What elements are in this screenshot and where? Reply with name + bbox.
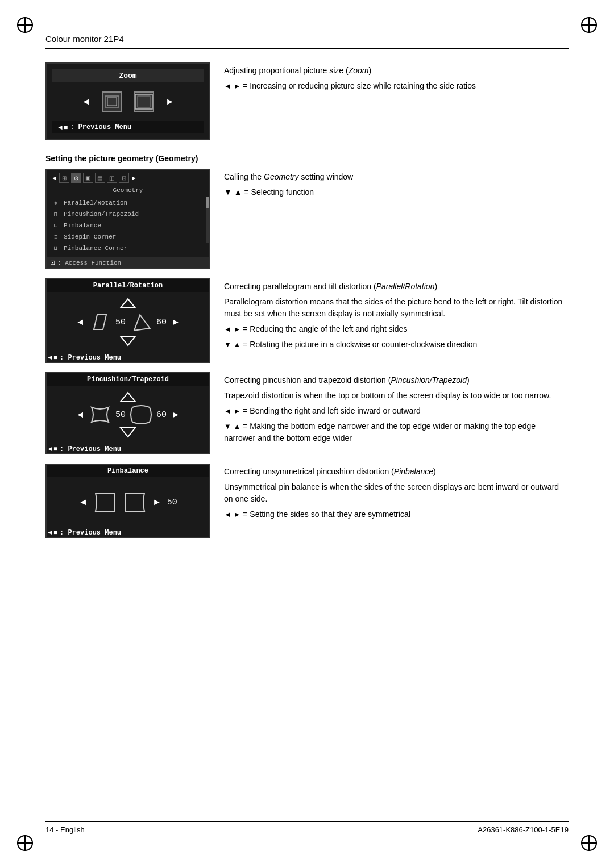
pinbalance-section: Pinbalance ◄ ► 50 — [45, 464, 569, 538]
zoom-menu-bar: ◄■ : Previous Menu — [52, 121, 204, 133]
geometry-heading: Setting the picture geometry (Geometry) — [45, 154, 569, 163]
geo-menu-item-3: ⊐ Sidepin Corner — [51, 231, 206, 243]
pincushion-middle-row: ◄ 50 60 ► — [52, 405, 204, 424]
parallel-desc-title: Correcting parallelogram and tilt distor… — [224, 281, 569, 293]
parallel-menu-symbol: ◄■ — [47, 353, 57, 361]
pinbalance-icon: ⊏ — [51, 221, 60, 230]
pinbalance-row: ◄ ► 50 — [52, 483, 204, 521]
pin-up-arrow — [52, 391, 204, 403]
parallel-num1: 50 — [115, 318, 126, 327]
geometry-scrollbar — [206, 197, 209, 243]
pinbalance-menu-label: : Previous Menu — [60, 529, 121, 537]
page-footer: 14 - English A26361-K886-Z100-1-5E19 — [45, 821, 569, 834]
parallel-desc-para1: Parallelogram distortion means that the … — [224, 296, 569, 320]
pincushion-description: Correcting pincushion and trapezoid dist… — [224, 372, 569, 448]
pinbalance-menu-symbol: ◄■ — [47, 528, 57, 536]
parallel-description: Correcting parallelogram and tilt distor… — [224, 278, 569, 354]
zoom-screen: Zoom ◄ ► — [45, 62, 210, 140]
geo-menu-item-1: ⊓ Pincushion/Trapezoid — [51, 208, 206, 220]
parallel-menu-bar: ◄■ : Previous Menu — [47, 352, 209, 362]
zoom-arrow-left: ◄ — [81, 97, 90, 107]
geometry-menu: ◈ Parallel/Rotation ⊓ Pincushion/Trapezo… — [47, 195, 209, 256]
footer-page-num: 14 - English — [45, 825, 85, 834]
svg-marker-8 — [121, 393, 135, 402]
svg-rect-1 — [107, 98, 117, 106]
geometry-section: ◄ ⊞ ⊙ ▣ ▤ ◫ ⊡ ► Geometry ◈ Paralle — [45, 169, 569, 269]
svg-marker-7 — [121, 336, 135, 345]
pin-num2: 60 — [156, 410, 167, 420]
parallel-up-arrow — [52, 298, 204, 309]
geo-menu-item-4: ⊔ Pinbalance Corner — [51, 243, 206, 254]
geometry-selecting-text: ▼ ▲ = Selecting function — [224, 186, 569, 198]
pinbalance-content: ◄ ► 50 — [47, 477, 209, 527]
pin-right-arrow: ► — [171, 410, 180, 420]
parallel-menu-label: : Previous Menu — [60, 354, 121, 362]
pb-num1: 50 — [167, 498, 177, 507]
parallel-right-arrow: ► — [171, 317, 180, 327]
svg-marker-9 — [121, 428, 135, 437]
parallel-left-arrow: ◄ — [76, 317, 85, 327]
parallel-middle-row: ◄ 50 60 ► — [52, 312, 204, 332]
pincushion-title: Pincushion/Trapezoid — [47, 373, 209, 386]
zoom-icon-large — [134, 91, 154, 112]
geo-icon-1: ⊞ — [59, 173, 69, 183]
geometry-description: Calling the Geometry setting window ▼ ▲ … — [224, 169, 569, 202]
pincushion-content: ◄ 50 60 ► — [47, 386, 209, 444]
zoom-arrow-right: ► — [165, 97, 175, 107]
zoom-section: Zoom ◄ ► — [45, 62, 569, 140]
pb-desc-bullet1: ◄ ► = Setting the sides so that they are… — [224, 508, 569, 520]
svg-rect-3 — [138, 96, 150, 107]
geometry-scrollbar-thumb — [206, 197, 209, 208]
pin-num1: 50 — [115, 410, 126, 420]
geometry-menu-items: ◈ Parallel/Rotation ⊓ Pincushion/Trapezo… — [51, 197, 206, 254]
svg-marker-4 — [121, 299, 135, 308]
pb-right-arrow: ► — [152, 497, 161, 507]
pb-desc-para1: Unsymmetrical pin balance is when the si… — [224, 481, 569, 505]
rotation-icon — [130, 312, 152, 332]
geo-menu-item-2: ⊏ Pinbalance — [51, 220, 206, 231]
geometry-label: Geometry — [47, 186, 209, 195]
geometry-footer-symbol: ⊡ — [50, 259, 55, 266]
pinbalance-left-icon — [93, 492, 117, 512]
pincushion-screen: Pincushion/Trapezoid ◄ — [45, 372, 210, 454]
geometry-footer: ⊡ : Access Function — [47, 257, 209, 268]
parallel-screen: Parallel/Rotation ◄ 50 — [45, 278, 210, 363]
zoom-menu-symbol: ◄■ — [57, 123, 68, 131]
geo-icon-4: ◫ — [107, 173, 117, 183]
zoom-menu-label: : Previous Menu — [70, 123, 131, 131]
parallel-content: ◄ 50 60 ► — [47, 292, 209, 352]
pin-desc-para1: Trapezoid distortion is when the top or … — [224, 390, 569, 402]
geometry-screen: ◄ ⊞ ⊙ ▣ ▤ ◫ ⊡ ► Geometry ◈ Paralle — [45, 169, 210, 269]
parallel-desc-bullet1: ◄ ► = Reducing the angle of the left and… — [224, 323, 569, 335]
sidepin-icon: ⊐ — [51, 232, 60, 241]
page-header: Colour monitor 21P4 — [45, 34, 569, 49]
parallelogram-icon — [89, 312, 111, 332]
content-area: Zoom ◄ ► — [45, 62, 569, 547]
svg-marker-5 — [94, 315, 106, 329]
pincushion-menu-label: : Previous Menu — [60, 445, 121, 453]
parallel-down-arrow — [52, 335, 204, 347]
svg-marker-6 — [132, 314, 150, 331]
geo-menu-item-0: ◈ Parallel/Rotation — [51, 197, 206, 208]
parallel-num2: 60 — [156, 318, 167, 327]
parallel-desc-bullet2: ▼ ▲ = Rotating the picture in a clockwis… — [224, 339, 569, 350]
geo-icon-5: ⊡ — [119, 173, 129, 183]
parallel-title: Parallel/Rotation — [47, 279, 209, 292]
pinbalance-right-icon — [123, 492, 147, 512]
zoom-desc-bullet1: ◄ ► = Increasing or reducing picture siz… — [224, 80, 569, 92]
zoom-description: Adjusting proportional picture size (Zoo… — [224, 62, 569, 95]
pb-desc-title: Correcting unsymmetrical pincushion dist… — [224, 466, 569, 478]
pinbalance-description: Correcting unsymmetrical pincushion dist… — [224, 464, 569, 524]
pin-desc-bullet2: ▼ ▲ = Making the bottom edge narrower an… — [224, 420, 569, 444]
pin-desc-title: Correcting pincushion and trapezoid dist… — [224, 374, 569, 386]
trapezoid-icon-svg — [130, 405, 152, 424]
parallel-icon: ◈ — [51, 198, 60, 207]
pinbalance-menu-bar: ◄■ : Previous Menu — [47, 527, 209, 537]
pincushion-icon-svg — [89, 405, 111, 424]
pincushion-menu-bar: ◄■ : Previous Menu — [47, 444, 209, 453]
pincushion-menu-symbol: ◄■ — [47, 445, 57, 453]
pinbalance-title: Pinbalance — [47, 465, 209, 477]
page: Colour monitor 21P4 Zoom ◄ — [0, 0, 614, 868]
pin-left-arrow: ◄ — [76, 410, 85, 420]
pinbalance-corner-icon: ⊔ — [51, 244, 60, 253]
